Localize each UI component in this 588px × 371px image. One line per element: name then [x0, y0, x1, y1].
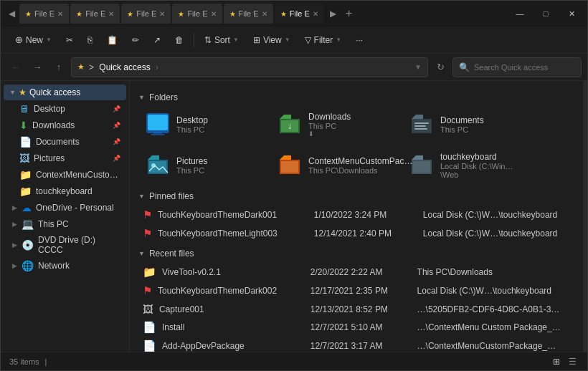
document-icon-1: 📄	[143, 321, 156, 334]
recent-file-3-path: …\5205DFB2-CDF6-4D8C-A0B1-3…	[413, 300, 574, 318]
folder-item-documents[interactable]: Documents This PC	[402, 107, 530, 143]
maximize-btn[interactable]: □	[533, 1, 559, 26]
sort-btn[interactable]: ⇅ Sort ▼	[199, 32, 245, 48]
sidebar-thispc-label: This PC	[38, 219, 69, 229]
toolbar: ⊕ New ▼ ✂ ⎘ 📋 ✏ ↗ 🗑 ⇅ Sort ▼ ⊞ View	[1, 26, 587, 54]
rename-btn[interactable]: ✏	[126, 32, 145, 48]
tab-prev-btn[interactable]: ◀	[4, 6, 19, 21]
new-label: New	[26, 35, 43, 45]
tab-next-btn[interactable]: ▶	[326, 6, 341, 21]
folder-contextmenu-path: This PC\Downloads	[308, 166, 412, 175]
more-btn[interactable]: ···	[350, 32, 369, 48]
pinned-file-1-path: Local Disk (C:\)W…\touchkeyboard	[419, 206, 574, 224]
tab-2-close[interactable]: ✕	[108, 10, 114, 18]
addressbar-row: ← → ↑ ★ > Quick access › ▼ ↻ 🔍	[1, 54, 587, 81]
sidebar-item-dvd[interactable]: ▶ 💿 DVD Drive (D:) CCCC	[4, 233, 126, 257]
copy-btn[interactable]: ⎘	[82, 32, 98, 48]
tab-1[interactable]: ★ File E ✕	[19, 4, 69, 24]
sidebar-item-touchkeyboard[interactable]: 📁 touchkeyboard	[4, 183, 126, 199]
delete-btn[interactable]: 🗑	[169, 32, 189, 48]
folders-chevron-icon: ▼	[138, 94, 145, 101]
recent-file-3-name-cell: 🖼 Capture001	[138, 300, 306, 318]
sidebar-item-network[interactable]: ▶ 🌐 Network	[4, 258, 126, 274]
folders-section-header[interactable]: ▼ Folders	[138, 92, 574, 102]
recent-file-row-2[interactable]: ⚑ TouchKeyboardThemeDark002 12/17/2021 2…	[138, 281, 574, 300]
sidebar-quick-access[interactable]: ▼ ★ Quick access	[4, 85, 126, 100]
folder-documents-name: Documents	[440, 115, 484, 125]
grid-view-btn[interactable]: ⊞	[550, 355, 563, 368]
up-btn[interactable]: ↑	[49, 58, 68, 77]
pin2-icon: 📌	[113, 122, 120, 129]
downloads-icon: ⬇	[19, 120, 28, 131]
pinned-files-section-header[interactable]: ▼ Pinned files	[138, 191, 574, 201]
tab-add-btn[interactable]: +	[341, 6, 357, 21]
rename-icon: ✏	[132, 35, 139, 45]
new-btn[interactable]: ⊕ New ▼	[9, 32, 57, 48]
more-label: ···	[356, 35, 363, 45]
address-chevron-icon[interactable]: ▼	[414, 63, 422, 71]
sidebar-item-thispc[interactable]: ▶ 💻 This PC	[4, 216, 126, 232]
sidebar-item-downloads[interactable]: ⬇ Downloads 📌	[4, 117, 126, 133]
back-btn[interactable]: ←	[6, 58, 25, 77]
share-btn[interactable]: ↗	[148, 32, 166, 48]
pinned-file-row-2[interactable]: ⚑ TouchKeyboardThemeLight003 12/14/2021 …	[138, 224, 574, 243]
tab-6[interactable]: ★ File E ✕	[275, 4, 324, 24]
list-view-btn[interactable]: ☰	[566, 355, 579, 368]
refresh-btn[interactable]: ↻	[431, 58, 450, 77]
folder-item-downloads[interactable]: ↓ Downloads This PC ⬇	[270, 107, 398, 143]
folder-item-pictures[interactable]: Pictures This PC	[138, 147, 266, 184]
tab-1-close[interactable]: ✕	[57, 10, 63, 18]
folder-item-touchkeyboard[interactable]: touchkeyboard Local Disk (C:\Win…\Web	[402, 147, 530, 184]
tab-5-close[interactable]: ✕	[262, 10, 267, 18]
search-icon: 🔍	[459, 62, 470, 72]
minimize-btn[interactable]: —	[507, 1, 533, 26]
recent-file-2-name-cell: ⚑ TouchKeyboardThemeDark002	[138, 281, 306, 300]
recent-file-4-date: 12/7/2021 5:10 AM	[306, 318, 413, 337]
paste-btn[interactable]: 📋	[101, 32, 123, 48]
sidebar-item-documents[interactable]: 📄 Documents 📌	[4, 134, 126, 150]
tab-3[interactable]: ★ File E ✕	[121, 4, 171, 24]
filter-btn[interactable]: ▽ Filter ▼	[299, 32, 348, 48]
tab-1-star: ★	[25, 10, 32, 18]
recent-file-2-name: TouchKeyboardThemeDark002	[158, 286, 277, 296]
tab-5[interactable]: ★ File E ✕	[224, 4, 273, 24]
close-btn[interactable]: ✕	[559, 1, 584, 26]
forward-btn[interactable]: →	[28, 58, 47, 77]
tab-3-label: File E	[136, 9, 156, 18]
view-btn[interactable]: ⊞ View ▼	[247, 32, 296, 48]
desktop-icon: 🖥	[19, 103, 29, 115]
view-buttons: ⊞ ☰	[550, 355, 579, 368]
folder-downloads-name: Downloads	[308, 112, 351, 122]
tab-4[interactable]: ★ File E ✕	[172, 4, 222, 24]
pin3-icon: 📌	[113, 138, 120, 145]
sort-chevron-icon: ▼	[233, 37, 239, 43]
quick-access-star-icon: ★	[19, 87, 27, 97]
recent-file-row-1[interactable]: 📁 ViveTool-v0.2.1 2/20/2022 2:22 AM This…	[138, 263, 574, 281]
folder-item-contextmenu[interactable]: ContextMenuCustomPac… This PC\Downloads	[270, 147, 398, 184]
pinned-file-1-name-cell: ⚑ TouchKeyboardThemeDark001	[138, 206, 310, 224]
tab-bar: ◀ ★ File E ✕ ★ File E ✕ ★ File E ✕ ★	[4, 1, 507, 26]
tab-4-close[interactable]: ✕	[211, 10, 217, 18]
folder-desktop-name: Desktop	[176, 115, 208, 125]
tab-3-close[interactable]: ✕	[159, 10, 165, 18]
cut-btn[interactable]: ✂	[60, 32, 79, 48]
svg-rect-12	[413, 161, 430, 173]
sidebar-item-pictures[interactable]: 🖼 Pictures 📌	[4, 150, 126, 166]
recent-file-row-3[interactable]: 🖼 Capture001 12/13/2021 8:52 PM …\5205DF…	[138, 300, 574, 318]
recent-file-row-5[interactable]: 📄 Add-AppDevPackage 12/7/2021 3:17 AM …\…	[138, 337, 574, 352]
tab-3-star: ★	[127, 10, 133, 18]
sidebar-item-desktop[interactable]: 🖥 Desktop 📌	[4, 101, 126, 117]
paste-icon: 📋	[107, 35, 118, 45]
pinned-file-row-1[interactable]: ⚑ TouchKeyboardThemeDark001 1/10/2022 3:…	[138, 206, 574, 224]
tab-2[interactable]: ★ File E ✕	[70, 4, 120, 24]
sidebar-item-contextmenu[interactable]: 📁 ContextMenuCusto…	[4, 167, 126, 183]
recent-files-section-header[interactable]: ▼ Recent files	[138, 249, 574, 259]
folder-pictures-path: This PC	[176, 166, 207, 175]
address-bar[interactable]: ★ > Quick access › ▼	[71, 57, 428, 77]
sidebar-item-onedrive[interactable]: ▶ ☁ OneDrive - Personal	[4, 200, 126, 216]
folder-item-desktop[interactable]: Desktop This PC	[138, 107, 266, 143]
search-input[interactable]	[474, 63, 575, 72]
status-separator: |	[45, 357, 47, 366]
recent-file-row-4[interactable]: 📄 Install 12/7/2021 5:10 AM …\ContextMen…	[138, 318, 574, 337]
tab-6-close[interactable]: ✕	[313, 10, 318, 18]
